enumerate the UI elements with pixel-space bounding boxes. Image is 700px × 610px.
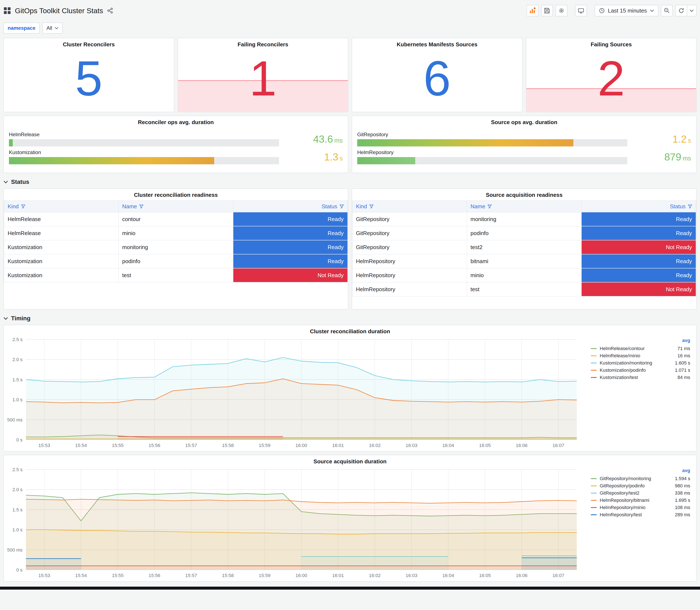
legend-series-avg: 1.605 s [675, 360, 690, 366]
zoom-out-button[interactable] [661, 5, 673, 16]
time-series-plot[interactable]: 0 s500 ms1.0 s1.5 s2.0 s2.5 s15:5315:541… [6, 337, 587, 449]
legend-series-name[interactable]: Kustomization/monitoring [600, 360, 672, 366]
legend-series-avg: 84 ms [678, 375, 690, 380]
svg-text:16:05: 16:05 [479, 573, 491, 578]
column-header-name[interactable]: Name [118, 200, 233, 212]
legend-series-name[interactable]: HelmRepository/bitnami [600, 498, 672, 503]
filter-funnel-icon[interactable] [139, 204, 144, 209]
panel-title[interactable]: Source acquisition readiness [352, 189, 696, 200]
legend-series-name[interactable]: Kustomization/podinfo [600, 368, 672, 373]
variable-namespace-label: namespace [3, 22, 40, 34]
legend-item: GitRepository/test2338 ms [591, 489, 690, 497]
cell-name: minio [118, 226, 233, 240]
navbar: GitOps Toolkit Cluster Stats [3, 2, 697, 19]
chart-body: 0 s500 ms1.0 s1.5 s2.0 s2.5 s15:5315:541… [4, 467, 696, 579]
panel-title[interactable]: Reconciler ops avg. duration [4, 116, 348, 128]
svg-text:16:01: 16:01 [332, 443, 344, 448]
variable-namespace-select[interactable]: All [42, 22, 63, 34]
legend-series-name[interactable]: HelmRepository/minio [600, 505, 672, 510]
column-header-status[interactable]: Status [233, 200, 348, 212]
svg-text:15:55: 15:55 [112, 573, 124, 578]
share-icon[interactable] [107, 7, 113, 14]
filter-funnel-icon[interactable] [21, 204, 26, 209]
bar-gauge-panel: Reconciler ops avg. durationHelmRelease4… [3, 116, 348, 173]
gauge-value: 1.2s [627, 133, 691, 145]
panel-title[interactable]: Cluster Reconcilers [4, 38, 174, 50]
tv-mode-button[interactable] [575, 5, 587, 16]
legend-series-mark [591, 377, 597, 378]
save-dashboard-button[interactable] [541, 5, 553, 16]
cell-kind: HelmRepository [352, 282, 467, 296]
cell-name: test2 [467, 240, 582, 254]
panel-title[interactable]: Cluster reconciliation readiness [4, 189, 348, 200]
cell-status: Not Ready [582, 240, 696, 254]
cell-kind: Kustomization [4, 268, 118, 282]
refresh-button-group [675, 5, 697, 16]
panel-title[interactable]: Kubernetes Manifests Sources [352, 38, 522, 50]
section-timing-toggle[interactable]: Timing [3, 315, 697, 322]
filter-funnel-icon[interactable] [487, 204, 492, 209]
legend-series-name[interactable]: GitRepository/test2 [600, 490, 672, 496]
legend-series-mark [591, 348, 597, 349]
navbar-left: GitOps Toolkit Cluster Stats [3, 6, 113, 15]
svg-text:16:02: 16:02 [369, 443, 380, 448]
legend-item: HelmRepository/test289 ms [591, 511, 690, 518]
refresh-button[interactable] [675, 5, 687, 16]
add-panel-button[interactable] [526, 5, 538, 16]
chevron-down-icon [3, 317, 8, 320]
table-row: HelmReleasecontourReady [4, 212, 348, 226]
chart-legend: avgGitRepository/monitoring1.594 sGitRep… [587, 467, 694, 579]
time-range-picker[interactable]: Last 15 minutes [595, 5, 658, 16]
panel-title[interactable]: Failing Reconcilers [178, 38, 348, 50]
readiness-table: KindNameStatusGitRepositorymonitoringRea… [352, 200, 696, 296]
gauge-value-number: 43.6 [313, 133, 333, 145]
legend-series-name[interactable]: HelmRepository/test [600, 512, 672, 517]
dashboards-grid-icon[interactable] [3, 7, 11, 14]
cell-kind: GitRepository [352, 226, 467, 240]
legend-series-name[interactable]: Kustomization/test [600, 375, 674, 380]
filter-funnel-icon[interactable] [369, 204, 374, 209]
panel-title[interactable]: Source ops avg. duration [352, 116, 696, 128]
gauge-bar-area: Kustomization [9, 149, 279, 164]
status-badge: Ready [233, 254, 347, 268]
status-badge: Ready [582, 226, 696, 240]
legend-avg-header[interactable]: avg [591, 468, 690, 475]
cell-name: monitoring [467, 212, 582, 226]
refresh-interval-caret[interactable] [687, 5, 697, 16]
filter-funnel-icon[interactable] [339, 204, 344, 209]
legend-series-name[interactable]: HelmRelease/contour [600, 346, 674, 351]
table-header-row: KindNameStatus [4, 200, 348, 212]
panel-title[interactable]: Source acquisition duration [4, 455, 696, 467]
stat-panels-row: Cluster Reconcilers5Failing Reconcilers1… [3, 38, 697, 112]
svg-text:15:54: 15:54 [75, 573, 87, 578]
gauge-label: GitRepository [357, 131, 627, 138]
gauge-value: 879ms [627, 151, 691, 163]
stat-panel: Failing Sources2 [526, 38, 697, 112]
gauge-value-number: 1.2 [672, 133, 687, 145]
section-status-toggle[interactable]: Status [3, 178, 697, 185]
legend-series-avg: 1.594 s [675, 476, 690, 481]
time-series-plot[interactable]: 0 s500 ms1.0 s1.5 s2.0 s2.5 s15:5315:541… [6, 467, 587, 579]
column-header-kind[interactable]: Kind [352, 200, 467, 212]
filter-funnel-icon[interactable] [688, 204, 693, 209]
dashboard-settings-button[interactable] [555, 5, 567, 16]
gauge-track [9, 139, 279, 146]
column-header-name[interactable]: Name [467, 200, 582, 212]
gauge-bar-fill [9, 139, 13, 146]
svg-text:1.5 s: 1.5 s [12, 377, 22, 382]
stat-panel: Kubernetes Manifests Sources6 [352, 38, 523, 112]
chevron-down-icon [650, 9, 654, 12]
readiness-table: KindNameStatusHelmReleasecontourReadyHel… [4, 200, 348, 283]
table-row: KustomizationtestNot Ready [4, 268, 348, 282]
svg-text:16:01: 16:01 [332, 573, 344, 578]
panel-title[interactable]: Failing Sources [526, 38, 696, 50]
legend-series-name[interactable]: HelmRelease/minio [600, 353, 674, 358]
legend-series-name[interactable]: GitRepository/monitoring [600, 476, 672, 481]
legend-series-name[interactable]: GitRepository/podinfo [600, 483, 672, 488]
gauge-item: HelmRelease43.6ms [9, 131, 343, 146]
panel-title[interactable]: Cluster reconciliation duration [4, 325, 696, 337]
column-header-status[interactable]: Status [582, 200, 696, 212]
column-header-kind[interactable]: Kind [4, 200, 118, 212]
legend-avg-header[interactable]: avg [591, 338, 690, 345]
chart-legend: avgHelmRelease/contour71 msHelmRelease/m… [587, 337, 694, 449]
